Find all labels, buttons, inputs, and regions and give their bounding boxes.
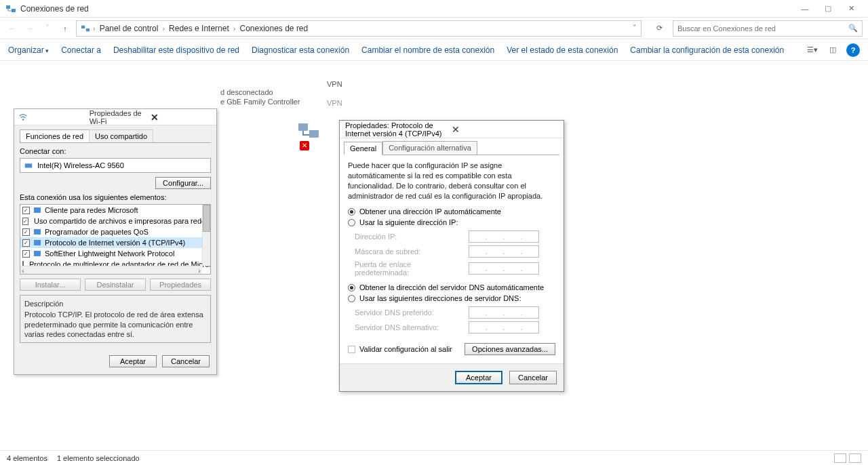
dns-alternate-label: Servidor DNS alternativo: <box>355 323 463 331</box>
breadcrumb-item[interactable]: Redes e Internet <box>167 24 231 33</box>
scrollbar-vertical[interactable] <box>202 205 210 266</box>
properties-button[interactable]: Propiedades <box>150 279 211 291</box>
forward-button[interactable]: → <box>23 24 37 33</box>
navbar: ← → ˅ ↑ › Panel de control › Redes e Int… <box>0 18 868 39</box>
network-icon <box>81 24 90 33</box>
maximize-button[interactable]: ▢ <box>816 2 840 16</box>
scroll-thumb[interactable] <box>203 205 210 232</box>
list-item[interactable]: ✓SoftEther Lightweight Network Protocol <box>20 248 202 259</box>
ethernet-state: d desconectado <box>220 88 273 96</box>
adapter-icon <box>24 161 33 170</box>
status-bar: 4 elementos 1 elemento seleccionado <box>0 450 868 465</box>
dns-preferred-input: ... <box>469 306 539 319</box>
ethernet-device: e GbE Family Controller <box>220 98 300 106</box>
ok-button[interactable]: Aceptar <box>109 355 157 367</box>
breadcrumb-item[interactable]: Panel de control <box>98 24 160 33</box>
list-item-label: Protocolo de Internet versión 4 (TCP/IPv… <box>45 239 185 247</box>
install-button[interactable]: Instalar... <box>20 279 81 291</box>
radio-icon <box>348 219 355 226</box>
tab-sharing[interactable]: Uso compartido <box>89 129 153 142</box>
vpn-disconnected-icon: ✕ <box>300 141 309 150</box>
component-icon <box>33 227 42 237</box>
back-button[interactable]: ← <box>5 24 19 33</box>
rename-button[interactable]: Cambiar el nombre de esta conexión <box>361 45 494 55</box>
list-item[interactable]: ✓Uso compartido de archivos e impresoras… <box>20 216 202 226</box>
checkbox[interactable]: ✓ <box>22 218 28 225</box>
close-icon[interactable]: ✕ <box>151 112 212 123</box>
organize-menu[interactable]: Organizar <box>8 45 49 55</box>
list-item[interactable]: ✓Protocolo de Internet versión 4 (TCP/IP… <box>20 237 202 248</box>
icons-view-button[interactable] <box>849 453 861 463</box>
dialog-title: Propiedades: Protocolo de Internet versi… <box>345 121 452 138</box>
close-icon[interactable]: ✕ <box>452 124 558 135</box>
dns-preferred-label: Servidor DNS preferido: <box>355 308 463 317</box>
address-bar[interactable]: › Panel de control › Redes e Internet › … <box>76 20 642 37</box>
svg-rect-3 <box>86 28 90 31</box>
checkbox[interactable]: ✓ <box>22 207 30 214</box>
uninstall-button[interactable]: Desinstalar <box>85 279 146 291</box>
vpn-sublabel: VPN <box>327 99 342 107</box>
radio-ip-manual[interactable]: Usar la siguiente dirección IP: <box>344 217 559 228</box>
list-item-label: Programador de paquetes QoS <box>45 228 149 236</box>
up-button[interactable]: ↑ <box>58 24 72 33</box>
tab-network-functions[interactable]: Funciones de red <box>20 129 90 142</box>
cancel-button[interactable]: Cancelar <box>162 355 210 367</box>
validate-label: Validar configuración al salir <box>359 345 452 353</box>
content-area: d desconectado e GbE Family Controller ✕… <box>0 61 868 447</box>
view-status-button[interactable]: Ver el estado de esta conexión <box>507 45 618 55</box>
svg-rect-5 <box>309 130 319 138</box>
help-button[interactable]: ? <box>846 43 860 57</box>
list-item[interactable]: ✓Programador de paquetes QoS <box>20 226 202 237</box>
search-box[interactable]: 🔍 <box>673 20 863 37</box>
validate-checkbox[interactable] <box>348 346 355 353</box>
details-view-button[interactable] <box>834 453 846 463</box>
cancel-button[interactable]: Cancelar <box>509 371 557 384</box>
ok-button[interactable]: Aceptar <box>455 371 502 384</box>
tcp-description: Puede hacer que la configuración IP se a… <box>344 155 559 206</box>
diagnose-button[interactable]: Diagnosticar esta conexión <box>252 45 349 55</box>
components-listbox[interactable]: ✓Cliente para redes Microsoft✓Uso compar… <box>20 204 211 275</box>
connect-with-label: Conectar con: <box>20 147 211 155</box>
svg-rect-10 <box>34 229 41 235</box>
dialog-titlebar[interactable]: Propiedades: Protocolo de Internet versi… <box>340 121 564 138</box>
svg-rect-2 <box>81 25 85 28</box>
minimize-button[interactable]: — <box>793 2 816 16</box>
radio-icon <box>348 208 355 216</box>
status-count: 4 elementos <box>7 454 47 462</box>
tcpip-properties-dialog: Propiedades: Protocolo de Internet versi… <box>339 120 564 392</box>
address-dropdown[interactable]: ˅ <box>633 24 637 33</box>
gateway-input: ... <box>469 262 539 275</box>
radio-dns-manual[interactable]: Usar las siguientes direcciones de servi… <box>344 293 559 304</box>
tab-general[interactable]: General <box>344 142 382 155</box>
preview-pane-button[interactable]: ◫ <box>826 43 840 57</box>
status-selection: 1 elemento seleccionado <box>57 454 140 462</box>
subnet-mask-label: Máscara de subred: <box>355 247 463 256</box>
checkbox[interactable]: ✓ <box>22 239 30 247</box>
close-button[interactable]: ✕ <box>840 2 863 16</box>
recent-button[interactable]: ˅ <box>41 24 54 33</box>
description-text: Protocolo TCP/IP. El protocolo de red de… <box>24 310 206 339</box>
change-settings-button[interactable]: Cambiar la configuración de esta conexió… <box>630 45 784 55</box>
vpn-label[interactable]: VPN <box>327 80 342 88</box>
uses-label: Esta conexión usa los siguientes element… <box>20 193 211 201</box>
radio-ip-auto[interactable]: Obtener una dirección IP automáticamente <box>344 206 559 217</box>
breadcrumb-item[interactable]: Conexiones de red <box>238 24 309 33</box>
vpn-adapter-icon[interactable] <box>297 119 321 144</box>
adapter-name: Intel(R) Wireless-AC 9560 <box>37 161 124 169</box>
radio-dns-auto[interactable]: Obtener la dirección del servidor DNS au… <box>344 282 559 293</box>
dialog-titlebar[interactable]: Propiedades de Wi-Fi ✕ <box>14 109 216 125</box>
refresh-button[interactable]: ⟳ <box>650 24 669 33</box>
ip-address-label: Dirección IP: <box>355 232 463 241</box>
checkbox[interactable]: ✓ <box>22 228 30 236</box>
configure-button[interactable]: Configurar... <box>155 177 211 189</box>
list-item[interactable]: ✓Cliente para redes Microsoft <box>20 205 202 216</box>
checkbox[interactable]: ✓ <box>22 250 30 258</box>
search-input[interactable] <box>677 24 848 33</box>
scrollbar-horizontal[interactable]: ‹› <box>20 266 202 274</box>
connect-to-button[interactable]: Conectar a <box>61 45 101 55</box>
advanced-button[interactable]: Opciones avanzadas... <box>465 343 555 355</box>
view-options-button[interactable]: ☰▾ <box>806 43 819 57</box>
wifi-icon <box>18 113 28 122</box>
disable-device-button[interactable]: Deshabilitar este dispositivo de red <box>113 45 239 55</box>
tab-alternate[interactable]: Configuración alternativa <box>382 141 477 155</box>
